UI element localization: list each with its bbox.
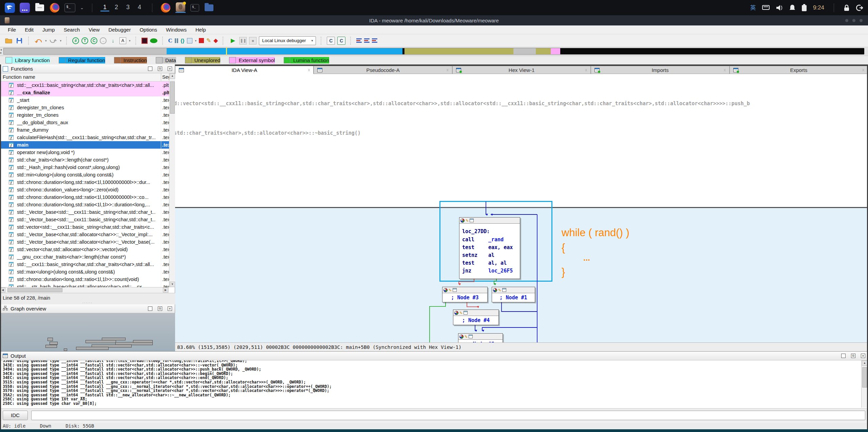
- jump-down-icon[interactable]: ↓: [109, 37, 117, 45]
- function-row[interactable]: __cxa_finalize .plt: [0, 89, 169, 96]
- graph-view-canvas[interactable]: d::vector<std::__cxx11::basic_string<cha…: [175, 74, 868, 342]
- quick-pseudocode-button[interactable]: C: [327, 37, 335, 45]
- graph-overview-titlebar[interactable]: Graph overview ⧉ ✕: [0, 304, 175, 313]
- workspace-button[interactable]: 4: [135, 4, 144, 12]
- band-track[interactable]: [3, 48, 864, 55]
- function-row[interactable]: std::chrono::duration<long,std::ratio<1l…: [0, 193, 169, 201]
- local-types-button[interactable]: [372, 38, 377, 43]
- firefox-icon[interactable]: [50, 3, 60, 13]
- terminate-process-button[interactable]: [199, 38, 204, 43]
- node-pie-icon[interactable]: [460, 219, 465, 223]
- detach-debugger-icon[interactable]: ◆: [213, 37, 218, 44]
- function-row[interactable]: main .text: [0, 141, 169, 149]
- pseudocode-sync-button[interactable]: C: [337, 37, 345, 45]
- scroll-thumb[interactable]: [170, 81, 175, 114]
- node-pie-icon[interactable]: [459, 335, 464, 339]
- struct-view-button[interactable]: [356, 38, 362, 43]
- horizontal-scrollbar[interactable]: ◀ ▶: [0, 287, 169, 293]
- tab-close-icon[interactable]: x: [862, 68, 864, 72]
- output-titlebar[interactable]: Output ⧉ ✕: [0, 352, 868, 360]
- terminal-icon[interactable]: $_: [64, 3, 75, 12]
- band-scroll-arrows[interactable]: ◂▸: [0, 48, 2, 54]
- debugger-selector[interactable]: Local Linux debugger ▾: [259, 36, 316, 45]
- jump-to-function-button[interactable]: C: [91, 37, 97, 44]
- app-grid-icon[interactable]: [20, 3, 30, 13]
- save-button[interactable]: [15, 37, 23, 45]
- function-row[interactable]: std::chrono::duration_values<long>::zero…: [0, 186, 169, 193]
- graph-node-3[interactable]: ✎ ; Node #3: [442, 287, 488, 302]
- function-row[interactable]: std::chrono::duration<long,std::ratio<1l…: [0, 179, 169, 186]
- vertical-scrollbar[interactable]: ▲ ▼: [169, 73, 175, 287]
- chevron-down-icon[interactable]: ▾: [195, 39, 197, 42]
- workspace-button[interactable]: 3: [124, 4, 132, 12]
- column-function-name[interactable]: Function name: [3, 74, 35, 80]
- stop-button[interactable]: ■: [249, 37, 257, 44]
- maximize-button[interactable]: [852, 19, 855, 22]
- minimize-button[interactable]: [845, 19, 848, 22]
- node-window-icon[interactable]: [470, 219, 474, 222]
- jump-to-address-button[interactable]: #: [72, 37, 79, 44]
- menu-item[interactable]: Edit: [20, 27, 38, 33]
- panel-close-button[interactable]: ✕: [168, 306, 172, 311]
- node-edit-icon[interactable]: ✎: [465, 335, 468, 339]
- graph-node-6[interactable]: ✎ ; Node #6: [458, 333, 503, 342]
- view-tab[interactable]: Pseudocode-A x: [314, 66, 452, 74]
- menu-item[interactable]: Options: [135, 27, 162, 33]
- functions-panel-titlebar[interactable]: Functions ⧉ ✕: [0, 64, 175, 73]
- display-icon[interactable]: [762, 5, 770, 11]
- function-row[interactable]: std::_Vector_base<std::__cxx11::basic_st…: [0, 208, 169, 216]
- panel-minimize-button[interactable]: [148, 306, 152, 311]
- tab-close-icon[interactable]: x: [308, 68, 310, 72]
- panel-close-button[interactable]: ✕: [861, 354, 865, 358]
- function-row[interactable]: calculateFileHash(std::__cxx11::basic_st…: [0, 134, 169, 141]
- files-icon[interactable]: [35, 3, 45, 13]
- panel-close-button[interactable]: ✕: [168, 67, 172, 71]
- node-window-icon[interactable]: [469, 335, 473, 338]
- idc-command-input[interactable]: [31, 411, 865, 420]
- function-row[interactable]: std::char_traits<char>::length(char cons…: [0, 156, 169, 164]
- edit-icon[interactable]: ✎: [206, 37, 211, 44]
- panel-minimize-button[interactable]: [841, 354, 846, 358]
- function-row[interactable]: std::chrono::duration<long,std::ratio<1l…: [0, 201, 169, 208]
- open-file-button[interactable]: [5, 37, 13, 45]
- terminal-window-icon[interactable]: $_: [190, 4, 199, 12]
- chevron-down-icon[interactable]: ▾: [129, 39, 131, 42]
- node-edit-icon[interactable]: ✎: [449, 288, 452, 292]
- scroll-thumb[interactable]: [7, 288, 62, 292]
- logout-icon[interactable]: [856, 4, 863, 11]
- navigation-band[interactable]: ◂▸: [0, 47, 868, 56]
- function-row[interactable]: std::_Vector_base<std::__cxx11::basic_st…: [0, 216, 169, 223]
- scroll-thumb[interactable]: [862, 367, 867, 388]
- panel-float-button[interactable]: ⧉: [158, 306, 162, 311]
- idc-button[interactable]: IDC: [3, 411, 28, 420]
- view-tab[interactable]: Hex View-1 x: [452, 66, 591, 74]
- function-row[interactable]: frame_dummy .text: [0, 126, 169, 134]
- scroll-right-button[interactable]: ▶: [163, 287, 168, 293]
- column-divider[interactable]: [161, 73, 161, 81]
- scroll-down-button[interactable]: ▼: [170, 282, 175, 287]
- text-options-button[interactable]: A: [119, 37, 126, 44]
- tab-close-icon[interactable]: x: [447, 68, 449, 72]
- function-row[interactable]: __do_global_dtors_aux .text: [0, 119, 169, 126]
- braces-icon[interactable]: {}: [181, 38, 185, 43]
- scroll-up-button[interactable]: ▲: [862, 360, 867, 366]
- node-window-icon[interactable]: [453, 288, 457, 292]
- function-row[interactable]: std::vector<char,std::allocator<char>>::…: [0, 246, 169, 253]
- function-row[interactable]: std::max<ulong>(ulong const&,ulong const…: [0, 268, 169, 276]
- kali-menu-icon[interactable]: [5, 3, 15, 13]
- panel-minimize-button[interactable]: [148, 67, 152, 71]
- firefox-window-icon[interactable]: [161, 3, 171, 13]
- pause-process-icon[interactable]: [175, 38, 178, 43]
- pause-button[interactable]: ❚❚: [239, 37, 247, 44]
- function-row[interactable]: operator new(ulong,void *) .text: [0, 149, 169, 156]
- function-row[interactable]: std::__cxx11::basic_string<char,std::cha…: [0, 261, 169, 268]
- node-pie-icon[interactable]: [454, 311, 458, 315]
- menu-item[interactable]: Windows: [162, 27, 191, 33]
- navigate-forward-button[interactable]: ⤻: [49, 37, 57, 45]
- volume-icon[interactable]: [776, 4, 783, 11]
- node-window-icon[interactable]: [502, 288, 506, 292]
- lock-icon[interactable]: [844, 4, 850, 11]
- menu-item[interactable]: View: [84, 27, 104, 33]
- debugger-modules-icon[interactable]: [187, 38, 192, 43]
- graph-overview-map[interactable]: [0, 313, 175, 351]
